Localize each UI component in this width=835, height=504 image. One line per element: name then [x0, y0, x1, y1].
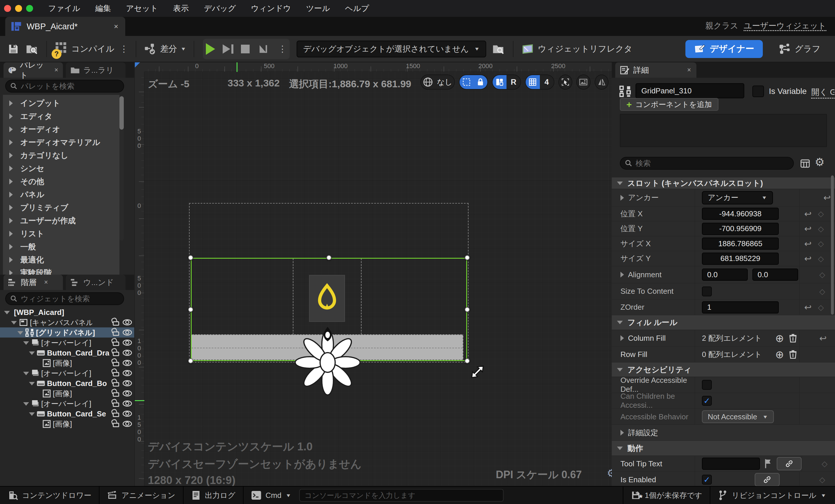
preview-background-button[interactable]: [576, 75, 590, 89]
palette-category-general[interactable]: 一般: [3, 240, 119, 253]
is-enabled-bind-button[interactable]: [755, 473, 780, 486]
resize-handle-e[interactable]: [465, 307, 470, 312]
widget-reflector-button[interactable]: ウィジェットリフレクタ: [521, 43, 632, 55]
debug-object-dropdown[interactable]: デバッグオブジェクトが選択されていません ▼: [297, 41, 486, 57]
designer-canvas[interactable]: 0 500 1000 1500 2000 2500 500 0 500 1000…: [135, 62, 612, 486]
output-log-button[interactable]: 出力ログ: [188, 490, 239, 501]
tree-row-root[interactable]: [WBP_Aicard]: [0, 307, 134, 317]
section-fill-rules[interactable]: フィル ルール: [612, 315, 835, 330]
tree-row-button-card-box[interactable]: Button_Card_Bo: [0, 378, 134, 388]
browse-asset-button[interactable]: [25, 43, 39, 55]
advance-icon[interactable]: [257, 43, 269, 55]
tree-row-overlay[interactable]: [オーバーレイ]: [0, 338, 134, 348]
size-x-field[interactable]: [702, 238, 779, 250]
open-grid-link[interactable]: 開く Gri: [811, 87, 834, 99]
anchor-dropdown[interactable]: アンカー▼: [702, 191, 773, 204]
details-close-icon[interactable]: ×: [687, 66, 691, 74]
palette-category-panel[interactable]: パネル: [3, 188, 119, 201]
resize-handle-ne[interactable]: [465, 255, 470, 260]
select-cursor-button[interactable]: [558, 75, 572, 89]
lock-icon[interactable]: [113, 321, 119, 326]
menu-tools[interactable]: ツール: [306, 3, 330, 14]
tab-close-icon[interactable]: ×: [114, 22, 118, 31]
position-x-field[interactable]: [702, 208, 779, 220]
palette-search[interactable]: [5, 80, 124, 93]
tree-row-image[interactable]: [画像]: [0, 358, 134, 368]
palette-category-primitive[interactable]: プリミティブ: [3, 201, 119, 214]
size-to-content-checkbox[interactable]: [702, 286, 712, 296]
grid-snap-size[interactable]: 4: [540, 75, 554, 89]
reset-icon[interactable]: ↩: [804, 302, 812, 312]
palette-search-input[interactable]: [21, 82, 119, 91]
visibility-icon[interactable]: [123, 370, 132, 376]
menu-debug[interactable]: デバッグ: [204, 3, 236, 14]
save-button[interactable]: [7, 43, 20, 55]
tree-row-overlay[interactable]: [オーバーレイ]: [0, 368, 134, 378]
bind-diamond-icon[interactable]: ◇: [818, 303, 824, 312]
details-scrollbar-thumb[interactable]: [831, 176, 834, 315]
menu-edit[interactable]: 編集: [95, 3, 111, 14]
palette-category-audio-material[interactable]: オーディオマテリアル: [3, 136, 119, 149]
palette-category-editor[interactable]: エディタ: [3, 109, 119, 123]
play-options-icon[interactable]: ⋮: [278, 44, 287, 54]
visibility-icon[interactable]: [123, 421, 132, 427]
visibility-icon[interactable]: [123, 401, 132, 407]
tree-row-button-card-draw[interactable]: Button_Card_Dra: [0, 348, 134, 358]
tree-row-canvas-panel[interactable]: [キャンバスパネル]: [0, 317, 134, 327]
palette-category-list[interactable]: リスト: [3, 227, 119, 240]
stop-icon[interactable]: [241, 45, 250, 53]
revision-control-button[interactable]: リビジョンコントロール ▼: [714, 490, 830, 501]
grid-snap-icon[interactable]: [526, 75, 539, 89]
localization-flag-icon[interactable]: [765, 459, 772, 469]
lock-icon[interactable]: [473, 75, 487, 89]
bind-diamond-icon[interactable]: ◇: [819, 270, 825, 279]
delete-elements-icon[interactable]: [789, 333, 797, 343]
palette-category-uncategorized[interactable]: カテゴリなし: [3, 149, 119, 162]
resize-handle-sw[interactable]: [188, 358, 193, 363]
visibility-icon[interactable]: [123, 329, 132, 336]
lock-icon[interactable]: [113, 362, 119, 366]
palette-category-input[interactable]: インプット: [3, 97, 119, 109]
visibility-icon[interactable]: [123, 340, 132, 346]
add-element-icon[interactable]: ⊕: [775, 332, 784, 344]
reset-icon[interactable]: ↩: [804, 239, 812, 249]
bind-diamond-icon[interactable]: ◇: [818, 254, 824, 263]
outline-mode-group[interactable]: R: [492, 75, 521, 89]
lock-icon[interactable]: [113, 423, 119, 427]
tree-row-button-card-set[interactable]: Button_Card_Se: [0, 409, 134, 419]
visibility-icon[interactable]: [123, 319, 132, 325]
is-variable-checkbox[interactable]: [752, 85, 764, 97]
section-accessibility[interactable]: アクセシビリティ: [612, 362, 835, 377]
can-children-checkbox[interactable]: ✓: [702, 396, 712, 406]
resize-handle-n[interactable]: [326, 255, 331, 260]
palette-scrollbar-thumb[interactable]: [119, 96, 124, 129]
tooltip-bind-button[interactable]: [777, 457, 802, 470]
bind-diamond-icon[interactable]: ◇: [819, 287, 825, 296]
tab-bind-widgets[interactable]: ウ...ンド: [66, 275, 125, 290]
palette-category-optimization[interactable]: 最適化: [3, 253, 119, 266]
visibility-icon[interactable]: [123, 411, 132, 417]
lock-icon[interactable]: [113, 412, 119, 417]
lock-icon[interactable]: [113, 352, 119, 356]
size-y-field[interactable]: [702, 253, 779, 265]
accessible-behavior-dropdown[interactable]: Not Accessible▼: [702, 410, 774, 423]
lock-icon[interactable]: [113, 382, 119, 386]
preview-language[interactable]: なし: [435, 75, 454, 89]
palette-category-experimental[interactable]: 実験段階: [3, 266, 119, 275]
tree-row-image[interactable]: [画像]: [0, 419, 134, 429]
row-advanced-settings[interactable]: 詳細設定: [612, 425, 835, 441]
bind-diamond-icon[interactable]: ◇: [819, 475, 825, 484]
visibility-icon[interactable]: [123, 350, 132, 356]
hierarchy-search-input[interactable]: [21, 294, 119, 303]
lock-icon[interactable]: [113, 342, 119, 346]
tree-row-image[interactable]: [画像]: [0, 388, 134, 399]
delete-elements-icon[interactable]: [789, 349, 797, 359]
selection-lock-group[interactable]: [459, 75, 488, 89]
tab-details[interactable]: 詳細 ×: [615, 62, 696, 78]
details-settings-gear-icon[interactable]: ⚙: [815, 156, 824, 168]
flip-preview-button[interactable]: [595, 75, 609, 89]
lock-icon[interactable]: [113, 392, 119, 397]
menu-view[interactable]: 表示: [173, 3, 189, 14]
tree-row-overlay[interactable]: [オーバーレイ]: [0, 399, 134, 409]
content-drawer-button[interactable]: コンテンツドロワー: [4, 490, 95, 501]
